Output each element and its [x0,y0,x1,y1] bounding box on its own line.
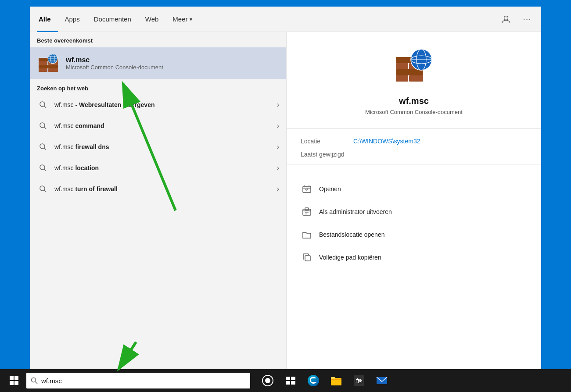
right-actions: Openen Als administ [287,178,541,269]
svg-line-45 [36,382,38,384]
svg-line-19 [44,169,47,171]
svg-text:🛍: 🛍 [356,377,363,385]
web-item-text-1: wf.msc - Webresultaten weergeven [54,101,277,108]
right-app-name: wf.msc [399,96,429,106]
svg-rect-6 [48,68,58,72]
best-match-subtitle: Microsoft Common Console-document [66,64,163,71]
right-app-desc: Microsoft Common Console-document [365,109,463,115]
right-info: Locatie C:\WINDOWS\system32 Laatst gewij… [287,138,541,164]
mail-button[interactable] [371,370,392,391]
best-match-item[interactable]: wf.msc Microsoft Common Console-document [30,47,286,79]
right-app-icon [392,45,436,89]
desktop: Alle Apps Documenten Web Meer ▾ [0,0,571,392]
best-match-app-icon [37,52,60,75]
web-search-item-1[interactable]: wf.msc - Webresultaten weergeven › [30,94,286,115]
file-explorer-button[interactable] [326,370,347,391]
svg-point-52 [308,375,319,386]
svg-line-15 [44,127,47,129]
taskbar-search-bar[interactable] [26,373,250,388]
copy-icon [301,251,313,264]
web-item-text-5: wf.msc turn of firewall [54,185,277,192]
svg-point-0 [504,16,508,20]
best-match-title: wf.msc [66,56,163,64]
web-item-text-2: wf.msc command [54,122,277,129]
account-icon-button[interactable] [499,12,513,26]
start-button[interactable] [4,370,25,391]
web-search-item-2[interactable]: wf.msc command › [30,115,286,136]
web-item-arrow-2: › [277,122,279,130]
svg-line-17 [44,148,47,150]
tab-apps[interactable]: Apps [58,7,87,32]
tab-meer[interactable]: Meer ▾ [165,7,199,32]
svg-point-14 [40,123,45,128]
search-icon-3 [37,141,49,153]
location-row: Locatie C:\WINDOWS\system32 [301,138,527,145]
web-search-item-3[interactable]: wf.msc firewall dns › [30,136,286,157]
taskbar-icons: 🛍 [257,370,392,391]
tab-documenten[interactable]: Documenten [87,7,138,32]
modified-row: Laatst gewijzigd [301,151,527,158]
svg-point-47 [265,378,270,383]
taskbar: 🛍 [0,369,571,392]
folder-icon [301,228,313,241]
web-item-arrow-3: › [277,143,279,151]
svg-rect-23 [396,63,408,69]
web-search-item-5[interactable]: wf.msc turn of firewall › [30,178,286,200]
svg-line-21 [44,190,47,192]
web-search-item-4[interactable]: wf.msc location › [30,157,286,178]
svg-rect-50 [286,381,290,385]
svg-point-16 [40,144,45,149]
search-panel: Alle Apps Documenten Web Meer ▾ [30,7,541,384]
action-copy-path[interactable]: Volledige pad kopiëren [301,246,527,269]
tabs-row: Alle Apps Documenten Web Meer ▾ [30,7,541,32]
open-icon [301,183,313,195]
svg-rect-27 [409,75,423,82]
svg-point-20 [40,186,45,191]
svg-rect-5 [39,68,47,72]
web-search-label: Zoeken op het web [30,81,286,94]
svg-rect-1 [39,65,58,68]
action-admin-label: Als administrator uitvoeren [319,208,392,215]
task-view-button[interactable] [280,370,301,391]
action-file-location[interactable]: Bestandslocatie openen [301,223,527,246]
action-admin[interactable]: Als administrator uitvoeren [301,200,527,223]
web-item-arrow-5: › [277,185,279,193]
search-icon-2 [37,120,49,132]
svg-rect-51 [291,381,295,385]
svg-rect-26 [396,75,408,82]
right-divider-2 [287,164,541,164]
taskbar-search-input[interactable] [41,377,246,385]
location-value[interactable]: C:\WINDOWS\system32 [353,138,420,145]
best-match-label: Beste overeenkomst [30,32,286,47]
action-copy-path-label: Volledige pad kopiëren [319,254,381,261]
web-item-arrow-4: › [277,164,279,172]
action-file-location-label: Bestandslocatie openen [319,231,384,238]
content-area: Beste overeenkomst [30,32,541,384]
svg-rect-2 [39,61,47,65]
svg-rect-54 [331,377,335,379]
edge-browser-button[interactable] [303,370,324,391]
tab-alle[interactable]: Alle [37,7,58,32]
best-match-info: wf.msc Microsoft Common Console-document [66,56,163,71]
search-window: Alle Apps Documenten Web Meer ▾ [30,7,541,384]
svg-line-13 [44,106,47,108]
web-item-text-4: wf.msc location [54,164,277,171]
tab-web[interactable]: Web [138,7,166,32]
svg-rect-40 [10,376,14,380]
more-options-button[interactable]: ··· [520,12,534,26]
modified-label: Laatst gewijzigd [301,151,353,158]
cortana-button[interactable] [257,370,278,391]
store-button[interactable]: 🛍 [348,370,370,391]
web-item-arrow-1: › [277,101,279,109]
svg-point-44 [32,378,36,382]
right-panel: wf.msc Microsoft Common Console-document… [287,32,541,384]
svg-point-12 [40,102,45,107]
right-divider [287,128,541,129]
svg-rect-49 [291,377,295,380]
svg-point-18 [40,165,45,170]
action-open-label: Openen [319,185,341,192]
action-open[interactable]: Openen [301,178,527,200]
web-item-text-3: wf.msc firewall dns [54,143,277,150]
meer-dropdown-icon: ▾ [190,16,192,22]
search-icon-1 [37,99,49,111]
